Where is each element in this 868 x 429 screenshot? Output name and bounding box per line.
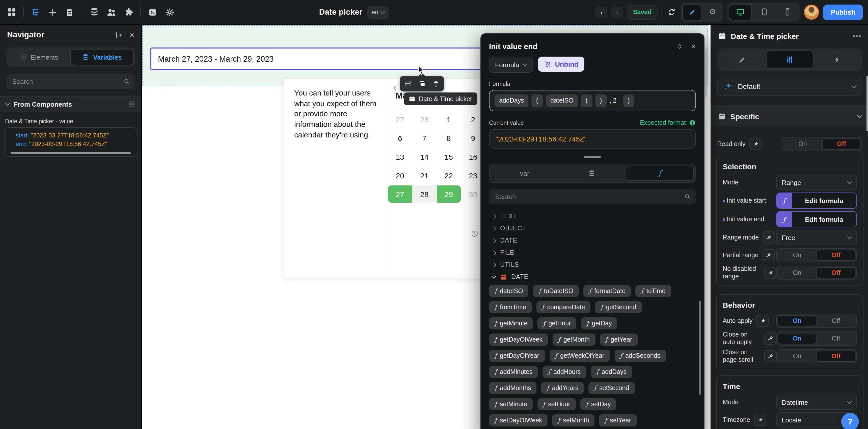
bind-plug-icon[interactable]: [756, 315, 769, 327]
calendar-day[interactable]: 15: [437, 149, 461, 164]
function-chip-toTime[interactable]: ƒtoTime: [636, 285, 671, 297]
section-from-components[interactable]: From Components: [0, 96, 141, 112]
dev-console-icon[interactable]: [147, 7, 158, 18]
users-icon[interactable]: [106, 7, 117, 18]
tab-style[interactable]: [719, 51, 765, 69]
bind-plug-icon[interactable]: [763, 249, 775, 261]
date-range-input[interactable]: March 27, 2023 - March 29, 2023: [150, 48, 504, 70]
function-chip-getDayOfYear[interactable]: ƒgetDayOfYear: [489, 350, 545, 362]
function-chip-getSecond[interactable]: ƒgetSecond: [595, 301, 642, 313]
unbind-button[interactable]: Unbind: [538, 57, 584, 72]
drag-handle[interactable]: [584, 155, 601, 158]
close-panel-icon[interactable]: ×: [129, 31, 134, 39]
toggle-on[interactable]: On: [778, 250, 816, 261]
formula-search[interactable]: [489, 189, 696, 204]
more-options-icon[interactable]: •••: [852, 32, 862, 40]
add-element-icon[interactable]: [48, 7, 58, 18]
read-only-toggle[interactable]: On Off: [782, 137, 863, 151]
function-chip-getYear[interactable]: ƒgetYear: [600, 334, 638, 346]
desktop-view-button[interactable]: [729, 4, 752, 20]
settings-gear-icon[interactable]: [164, 7, 175, 18]
toggle-on[interactable]: On: [778, 267, 816, 279]
function-chip-fromTime[interactable]: ƒfromTime: [489, 301, 532, 313]
formula-token-text[interactable]: , 2: [609, 97, 616, 104]
segment-formulas[interactable]: ƒ: [625, 166, 694, 181]
init-end-edit-formula-button[interactable]: ƒ Edit formula: [776, 211, 857, 227]
formula-category-date[interactable]: DATE: [492, 234, 696, 247]
publish-button[interactable]: Publish: [823, 4, 863, 20]
function-chip-addYears[interactable]: ƒaddYears: [541, 382, 584, 394]
tab-workflows[interactable]: [814, 51, 861, 69]
bind-plug-icon[interactable]: [763, 231, 775, 244]
pages-icon[interactable]: [65, 7, 75, 18]
formula-search-input[interactable]: [494, 192, 684, 201]
function-chip-getDay[interactable]: ƒgetDay: [581, 317, 617, 330]
function-chip-setDayOfWeek[interactable]: ƒsetDayOfWeek: [489, 414, 548, 427]
bind-plug-icon[interactable]: [750, 138, 762, 150]
preview-mode-button[interactable]: [703, 4, 722, 19]
data-sources-icon[interactable]: [89, 7, 99, 18]
function-chip-dateISO[interactable]: ƒdateISO: [489, 285, 529, 297]
function-chip-addDays[interactable]: ƒaddDays: [591, 366, 632, 378]
duplicate-icon[interactable]: [418, 80, 426, 87]
tab-settings[interactable]: [766, 51, 813, 69]
formula-token-chip[interactable]: ): [595, 94, 606, 107]
toggle-off[interactable]: Off: [816, 351, 856, 362]
locale-selector[interactable]: en: [367, 6, 389, 19]
formula-category-text[interactable]: TEXT: [492, 210, 696, 222]
function-chip-setYear[interactable]: ƒsetYear: [599, 414, 637, 427]
selected-component-label[interactable]: Date & Time picker: [404, 92, 477, 105]
function-chip-setMonth[interactable]: ƒsetMonth: [552, 414, 595, 427]
function-chip-setDay[interactable]: ƒsetDay: [580, 398, 616, 410]
close-on-page-scroll-toggle[interactable]: On Off: [776, 349, 857, 363]
preset-dropdown[interactable]: Default: [717, 77, 863, 96]
close-popup-icon[interactable]: ×: [691, 42, 696, 51]
mode-dropdown[interactable]: Range: [776, 175, 857, 190]
function-chip-getWeekOfYear[interactable]: ƒgetWeekOfYear: [549, 350, 610, 362]
calendar-day[interactable]: 22: [437, 168, 461, 182]
calendar-day[interactable]: 14: [412, 149, 436, 164]
delete-icon[interactable]: [432, 80, 439, 87]
avatar[interactable]: [804, 4, 819, 20]
function-chip-getMinute[interactable]: ƒgetMinute: [489, 317, 533, 330]
formula-category-utils[interactable]: UTILS: [492, 259, 696, 271]
create-component-icon[interactable]: [404, 80, 412, 87]
calendar-day[interactable]: 28: [412, 185, 436, 203]
formula-editor[interactable]: addDays(dateISO(), 2): [489, 90, 696, 111]
formula-token-chip[interactable]: (: [581, 94, 592, 107]
tab-variables[interactable]: Variables: [70, 49, 134, 65]
calendar-day[interactable]: 8: [437, 131, 461, 145]
horizontal-scrollbar[interactable]: [10, 152, 131, 154]
time-mode-dropdown[interactable]: Datetime: [776, 395, 857, 410]
calendar-day[interactable]: 20: [388, 168, 412, 182]
tab-elements[interactable]: Elements: [7, 49, 70, 65]
function-chip-setMinute[interactable]: ƒsetMinute: [489, 398, 533, 410]
toggle-on[interactable]: On: [783, 139, 822, 149]
function-chip-addHours[interactable]: ƒaddHours: [542, 366, 586, 378]
function-chip-compareDate[interactable]: ƒcompareDate: [536, 301, 591, 313]
collapse-panel-icon[interactable]: [115, 31, 123, 39]
toggle-off[interactable]: Off: [816, 267, 856, 279]
bind-plug-icon[interactable]: [754, 414, 766, 426]
popup-scrollbar[interactable]: [699, 301, 701, 395]
formula-token-chip[interactable]: ): [623, 94, 634, 107]
formula-token-chip[interactable]: addDays: [495, 94, 529, 107]
calendar-day[interactable]: 21: [412, 168, 436, 182]
plugins-icon[interactable]: [123, 7, 134, 18]
toggle-on[interactable]: On: [778, 315, 816, 326]
toggle-off[interactable]: Off: [822, 139, 861, 149]
variable-value-box[interactable]: start: "2023-03-27T18:56:42.745Z" end: "…: [4, 127, 137, 156]
bind-plug-icon[interactable]: [764, 267, 776, 279]
redo-button[interactable]: ›: [611, 6, 623, 18]
toggle-off[interactable]: Off: [816, 315, 856, 326]
formula-category-file[interactable]: FILE: [492, 247, 696, 259]
calendar-day[interactable]: 6: [388, 131, 412, 145]
save-status-badge[interactable]: Saved: [627, 5, 658, 20]
partial-range-toggle[interactable]: On Off: [776, 248, 857, 262]
binding-type-dropdown[interactable]: Formula: [489, 57, 533, 73]
calendar-day[interactable]: 13: [388, 149, 412, 164]
grid-icon[interactable]: [128, 100, 135, 108]
toggle-on[interactable]: On: [778, 333, 816, 344]
calendar-day[interactable]: 27: [388, 185, 412, 203]
function-chip-getHour[interactable]: ƒgetHour: [538, 317, 577, 330]
